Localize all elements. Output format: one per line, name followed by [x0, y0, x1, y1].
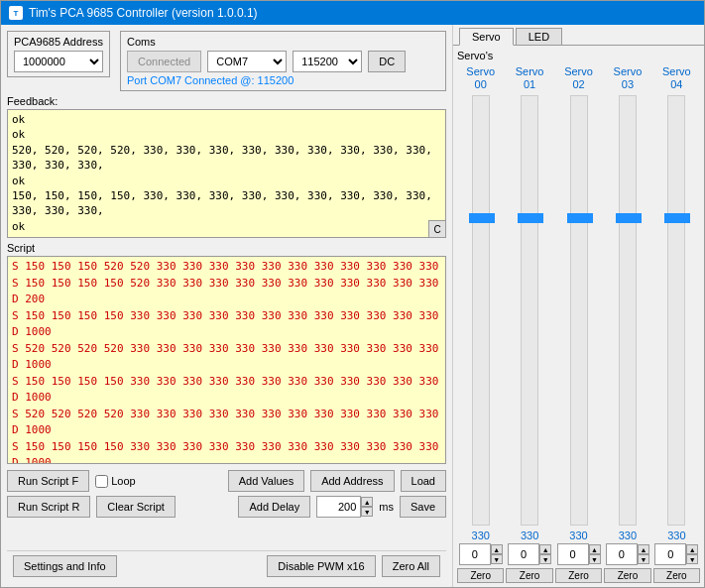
servo-spin-btns-1: ▲ ▼: [539, 544, 551, 564]
servo-spinbox-row-0: ▲ ▼: [459, 543, 503, 565]
servo-zero-btn-1[interactable]: Zero: [506, 568, 552, 583]
main-window: T Tim's PCA 9685 Controller (version 1.0…: [0, 0, 705, 588]
script-buttons-row2: Run Script R Clear Script Add Delay ▲ ▼ …: [7, 494, 446, 520]
servo-slider-track-2[interactable]: [570, 95, 588, 526]
servo-slider-track-1[interactable]: [521, 95, 538, 526]
servo-spinbox-row-4: ▲ ▼: [654, 543, 698, 565]
servo-spin-btns-0: ▲ ▼: [491, 544, 503, 564]
feedback-section: Feedback: C: [7, 95, 446, 238]
servo-col-0: Servo00 330 ▲ ▼ Zero: [457, 65, 504, 583]
coms-controls: Connected COM7 115200 DC: [127, 51, 439, 72]
tab-servo[interactable]: Servo: [459, 28, 514, 46]
servo-zero-btn-0[interactable]: Zero: [457, 568, 504, 583]
servo-up-btn-1[interactable]: ▲: [539, 544, 551, 554]
servo-spin-input-4[interactable]: [654, 543, 686, 565]
left-panel: PCA9685 Address 1000000 Coms Connected C…: [1, 25, 452, 587]
script-textarea[interactable]: [7, 256, 446, 464]
servo-slider-thumb-0[interactable]: [469, 213, 495, 223]
ms-label: ms: [379, 501, 394, 513]
servo-value-2: 330: [569, 529, 587, 541]
servo-slider-track-3[interactable]: [619, 95, 637, 526]
servo-up-btn-2[interactable]: ▲: [589, 544, 601, 554]
servo-down-btn-3[interactable]: ▼: [638, 554, 649, 564]
servo-spin-btns-2: ▲ ▼: [589, 544, 601, 564]
servo-col-1: Servo01 330 ▲ ▼ Zero: [506, 65, 552, 583]
servo-down-btn-0[interactable]: ▼: [491, 554, 503, 564]
servo-down-btn-1[interactable]: ▼: [539, 554, 551, 564]
servo-panel: Servo's Servo00 330 ▲ ▼ Zero Servo01: [453, 46, 704, 587]
servo-spinbox-row-1: ▲ ▼: [508, 543, 551, 565]
top-row: PCA9685 Address 1000000 Coms Connected C…: [7, 31, 446, 91]
servo-label-0: Servo00: [466, 65, 495, 91]
servo-spin-input-2[interactable]: [557, 543, 589, 565]
servo-spin-input-3[interactable]: [606, 543, 638, 565]
servo-zero-btn-3[interactable]: Zero: [604, 568, 650, 583]
servo-spin-btns-3: ▲ ▼: [638, 544, 649, 564]
disable-pwm-button[interactable]: Disable PWM x16: [267, 555, 375, 577]
run-script-r-button[interactable]: Run Script R: [7, 496, 90, 518]
content-area: PCA9685 Address 1000000 Coms Connected C…: [1, 25, 704, 587]
clear-feedback-button[interactable]: C: [428, 220, 446, 238]
servo-columns: Servo00 330 ▲ ▼ Zero Servo01 330: [457, 65, 700, 583]
title-bar: T Tim's PCA 9685 Controller (version 1.0…: [1, 1, 704, 25]
clear-script-button[interactable]: Clear Script: [96, 496, 175, 518]
tab-bar: Servo LED: [453, 25, 704, 46]
servo-value-4: 330: [667, 529, 685, 541]
add-delay-button[interactable]: Add Delay: [238, 496, 310, 518]
coms-group: Coms Connected COM7 115200 DC Port COM7 …: [120, 31, 446, 91]
address-select[interactable]: 1000000: [14, 51, 103, 72]
address-group: PCA9685 Address 1000000: [7, 31, 110, 77]
window-title: Tim's PCA 9685 Controller (version 1.0.0…: [29, 6, 258, 20]
servo-spinbox-row-2: ▲ ▼: [557, 543, 601, 565]
servo-slider-thumb-1[interactable]: [518, 213, 543, 223]
connected-button: Connected: [127, 51, 201, 72]
servo-col-2: Servo02 330 ▲ ▼ Zero: [555, 65, 602, 583]
feedback-label: Feedback:: [7, 95, 446, 107]
delay-input[interactable]: [316, 496, 361, 518]
servo-slider-thumb-2[interactable]: [567, 213, 593, 223]
servo-spin-btns-4: ▲ ▼: [686, 544, 698, 564]
servos-label: Servo's: [457, 50, 700, 61]
tab-led[interactable]: LED: [516, 28, 562, 45]
port-select[interactable]: COM7: [207, 51, 287, 72]
servo-col-4: Servo04 330 ▲ ▼ Zero: [653, 65, 700, 583]
servo-slider-thumb-3[interactable]: [616, 213, 642, 223]
servo-zero-btn-2[interactable]: Zero: [555, 568, 602, 583]
loop-checkbox[interactable]: [95, 475, 108, 488]
coms-label: Coms: [127, 36, 439, 48]
baud-select[interactable]: 115200: [293, 51, 362, 72]
servo-down-btn-2[interactable]: ▼: [589, 554, 601, 564]
feedback-textarea[interactable]: [7, 109, 446, 238]
servo-value-0: 330: [472, 529, 490, 541]
zero-all-button[interactable]: Zero All: [382, 555, 440, 577]
run-script-f-button[interactable]: Run Script F: [7, 470, 89, 492]
servo-down-btn-4[interactable]: ▼: [686, 554, 698, 564]
servo-value-3: 330: [619, 529, 637, 541]
servo-up-btn-3[interactable]: ▲: [638, 544, 649, 554]
servo-label-1: Servo01: [516, 65, 544, 91]
settings-info-button[interactable]: Settings and Info: [13, 555, 117, 577]
delay-down-button[interactable]: ▼: [361, 507, 373, 517]
servo-spin-input-0[interactable]: [459, 543, 491, 565]
loop-label: Loop: [111, 475, 135, 487]
servo-up-btn-0[interactable]: ▲: [491, 544, 503, 554]
script-section: Script Run Script F Loop Add Values Add …: [7, 242, 446, 546]
right-panel: Servo LED Servo's Servo00 330 ▲ ▼ Zero: [452, 25, 704, 587]
add-values-button[interactable]: Add Values: [228, 470, 304, 492]
load-button[interactable]: Load: [401, 470, 446, 492]
delay-spin-buttons: ▲ ▼: [361, 497, 373, 517]
save-button[interactable]: Save: [400, 496, 446, 518]
delay-spinner: ▲ ▼: [316, 496, 373, 518]
servo-up-btn-4[interactable]: ▲: [686, 544, 698, 554]
footer-bar: Settings and Info Disable PWM x16 Zero A…: [7, 550, 446, 581]
servo-label-4: Servo04: [662, 65, 691, 91]
servo-slider-track-4[interactable]: [667, 95, 685, 526]
delay-up-button[interactable]: ▲: [361, 497, 373, 507]
servo-zero-btn-4[interactable]: Zero: [653, 568, 700, 583]
dc-button[interactable]: DC: [368, 51, 406, 72]
servo-spin-input-1[interactable]: [508, 543, 539, 565]
add-address-button[interactable]: Add Address: [310, 470, 394, 492]
servo-slider-thumb-4[interactable]: [664, 213, 690, 223]
servo-slider-track-0[interactable]: [472, 95, 490, 526]
app-icon: T: [9, 6, 23, 20]
